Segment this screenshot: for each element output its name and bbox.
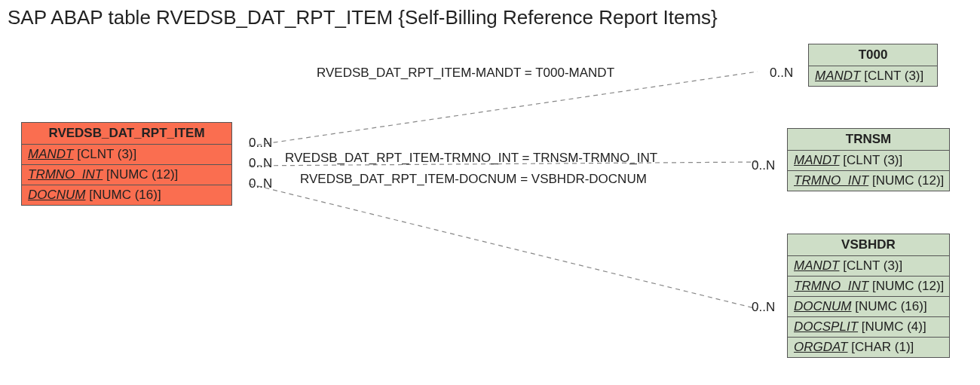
entity-main-header: RVEDSB_DAT_RPT_ITEM	[22, 123, 231, 145]
relation-label: RVEDSB_DAT_RPT_ITEM-TRMNO_INT = TRNSM-TR…	[285, 151, 657, 166]
entity-field: TRMNO_INT [NUMC (12)]	[788, 171, 949, 191]
cardinality-right: 0..N	[752, 300, 775, 315]
entity-field: DOCNUM [NUMC (16)]	[788, 297, 949, 317]
field-type: [NUMC (12)]	[872, 279, 944, 293]
field-name: DOCNUM	[28, 188, 86, 202]
field-name: TRMNO_INT	[794, 279, 868, 293]
field-type: [NUMC (16)]	[89, 188, 161, 202]
relation-label: RVEDSB_DAT_RPT_ITEM-MANDT = T000-MANDT	[317, 66, 614, 81]
field-type: [CLNT (3)]	[843, 258, 902, 273]
cardinality-left: 0..N	[249, 156, 272, 171]
entity-field: MANDT [CLNT (3)]	[22, 145, 231, 165]
relation-label: RVEDSB_DAT_RPT_ITEM-DOCNUM = VSBHDR-DOCN…	[300, 172, 647, 187]
field-type: [CHAR (1)]	[851, 340, 914, 354]
entity-field: MANDT [CLNT (3)]	[788, 256, 949, 277]
field-name: MANDT	[794, 153, 839, 167]
field-name: DOCNUM	[794, 299, 852, 313]
field-name: ORGDAT	[794, 340, 847, 354]
field-name: MANDT	[815, 69, 860, 83]
entity-header: VSBHDR	[788, 234, 949, 256]
field-type: [NUMC (12)]	[872, 173, 944, 188]
entity-header: TRNSM	[788, 129, 949, 151]
entity-main: RVEDSB_DAT_RPT_ITEM MANDT [CLNT (3)] TRM…	[21, 122, 232, 206]
entity-vsbhdr: VSBHDR MANDT [CLNT (3)] TRMNO_INT [NUMC …	[787, 234, 950, 358]
field-type: [NUMC (12)]	[106, 167, 178, 182]
entity-field: MANDT [CLNT (3)]	[788, 151, 949, 171]
field-type: [CLNT (3)]	[843, 153, 902, 167]
field-name: MANDT	[28, 147, 73, 161]
entity-trnsm: TRNSM MANDT [CLNT (3)] TRMNO_INT [NUMC (…	[787, 128, 950, 191]
field-type: [CLNT (3)]	[864, 69, 923, 83]
entity-field: MANDT [CLNT (3)]	[809, 66, 937, 86]
page-title: SAP ABAP table RVEDSB_DAT_RPT_ITEM {Self…	[8, 6, 718, 29]
field-name: TRMNO_INT	[28, 167, 103, 182]
field-name: MANDT	[794, 258, 839, 273]
field-type: [NUMC (4)]	[862, 319, 926, 334]
field-name: DOCSPLIT	[794, 319, 858, 334]
entity-field: ORGDAT [CHAR (1)]	[788, 338, 949, 357]
entity-field: TRMNO_INT [NUMC (12)]	[22, 165, 231, 185]
entity-field: DOCNUM [NUMC (16)]	[22, 185, 231, 205]
cardinality-left: 0..N	[249, 136, 272, 151]
field-type: [CLNT (3)]	[77, 147, 136, 161]
svg-line-0	[249, 72, 758, 146]
entity-field: DOCSPLIT [NUMC (4)]	[788, 317, 949, 338]
cardinality-left: 0..N	[249, 176, 272, 191]
svg-line-2	[249, 184, 758, 309]
field-type: [NUMC (16)]	[855, 299, 926, 313]
entity-header: T000	[809, 44, 937, 66]
entity-field: TRMNO_INT [NUMC (12)]	[788, 277, 949, 297]
cardinality-right: 0..N	[752, 158, 775, 173]
field-name: TRMNO_INT	[794, 173, 868, 188]
cardinality-right: 0..N	[770, 66, 793, 81]
entity-t000: T000 MANDT [CLNT (3)]	[808, 44, 938, 87]
